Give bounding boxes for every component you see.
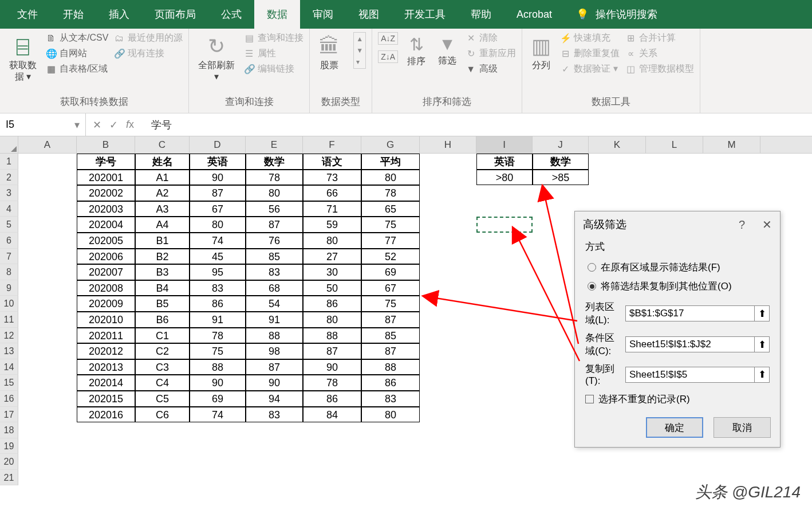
cell[interactable]: 87 <box>190 185 246 201</box>
cell[interactable]: 94 <box>246 391 303 407</box>
cell[interactable]: 83 <box>246 264 303 280</box>
cell[interactable]: 202011 <box>77 328 135 344</box>
range-input-1[interactable] <box>625 336 755 352</box>
cell[interactable]: 83 <box>190 280 246 296</box>
cell[interactable]: 59 <box>303 217 361 233</box>
column-header-H[interactable]: H <box>420 136 476 153</box>
cell[interactable]: 90 <box>190 170 246 186</box>
tab-审阅[interactable]: 审阅 <box>300 0 346 29</box>
sort-desc-button[interactable]: Z↓A <box>378 50 398 63</box>
queries-connections[interactable]: ▤查询和连接 <box>244 32 303 44</box>
cell[interactable]: 90 <box>246 375 303 391</box>
cell[interactable]: 202002 <box>77 185 135 201</box>
cell[interactable]: 88 <box>246 328 303 344</box>
cell[interactable]: 86 <box>190 296 246 312</box>
tab-公式[interactable]: 公式 <box>208 0 254 29</box>
cell[interactable]: 83 <box>246 407 303 423</box>
cell[interactable]: >80 <box>476 170 533 186</box>
row-header-13[interactable]: 13 <box>0 343 18 359</box>
column-header-M[interactable]: M <box>703 136 760 153</box>
cell[interactable]: 74 <box>190 233 246 249</box>
cell[interactable]: C2 <box>135 343 190 359</box>
cell[interactable]: B3 <box>135 264 190 280</box>
column-header-G[interactable]: G <box>361 136 420 153</box>
cell[interactable]: 202014 <box>77 375 135 391</box>
range-selector-icon[interactable]: ⬆ <box>755 305 770 321</box>
row-header-21[interactable]: 21 <box>0 470 18 486</box>
row-header-14[interactable]: 14 <box>0 359 18 375</box>
cell[interactable]: >85 <box>533 170 589 186</box>
tab-视图[interactable]: 视图 <box>346 0 392 29</box>
text-to-columns-button[interactable]: ▥分列 <box>528 32 554 73</box>
range-input-0[interactable] <box>625 305 755 321</box>
row-header-9[interactable]: 9 <box>0 280 18 296</box>
range-input-2[interactable] <box>625 367 755 383</box>
radio-filter-inplace[interactable]: 在原有区域显示筛选结果(F) <box>585 258 770 277</box>
column-header-I[interactable]: I <box>476 136 533 153</box>
range-selector-icon[interactable]: ⬆ <box>755 336 770 352</box>
cell[interactable]: 91 <box>246 312 303 328</box>
cell[interactable]: 202005 <box>77 233 135 249</box>
radio-copy-elsewhere[interactable]: 将筛选结果复制到其他位置(O) <box>585 277 770 296</box>
fx-icon[interactable]: fx <box>126 119 134 131</box>
range-selector-icon[interactable]: ⬆ <box>755 367 770 383</box>
cell[interactable]: 77 <box>361 233 420 249</box>
cell[interactable]: 67 <box>190 201 246 217</box>
cell[interactable]: C1 <box>135 328 190 344</box>
unique-records-checkbox[interactable]: 选择不重复的记录(R) <box>585 393 770 406</box>
cell[interactable]: 语文 <box>303 154 361 170</box>
cell[interactable]: 69 <box>361 264 420 280</box>
cell[interactable]: 98 <box>246 343 303 359</box>
row-header-15[interactable]: 15 <box>0 375 18 391</box>
tell-me-search[interactable]: 💡操作说明搜索 <box>576 7 657 21</box>
cell[interactable]: A2 <box>135 185 190 201</box>
cell[interactable]: 202015 <box>77 391 135 407</box>
cell[interactable]: 50 <box>303 280 361 296</box>
cell[interactable]: 80 <box>361 407 420 423</box>
row-header-2[interactable]: 2 <box>0 170 18 186</box>
refresh-all-button[interactable]: ↻全部刷新▾ <box>195 32 238 85</box>
cancel-formula-icon[interactable]: ✕ <box>93 119 101 131</box>
from-table-range[interactable]: ▦自表格/区域 <box>46 63 108 75</box>
cell[interactable]: 202001 <box>77 170 135 186</box>
formula-value[interactable]: 学号 <box>151 118 172 132</box>
cell[interactable]: A1 <box>135 170 190 186</box>
row-header-16[interactable]: 16 <box>0 391 18 407</box>
dialog-close-icon[interactable]: ✕ <box>762 218 772 232</box>
cell[interactable]: 74 <box>190 407 246 423</box>
flash-fill[interactable]: ⚡快速填充 <box>560 32 620 44</box>
cell[interactable]: A3 <box>135 201 190 217</box>
tab-开始[interactable]: 开始 <box>50 0 96 29</box>
cell[interactable]: 78 <box>303 375 361 391</box>
row-header-5[interactable]: 5 <box>0 217 18 233</box>
cell[interactable]: 202016 <box>77 407 135 423</box>
advanced-filter[interactable]: ▼高级 <box>466 63 516 75</box>
row-header-6[interactable]: 6 <box>0 233 18 249</box>
cell[interactable]: 86 <box>303 296 361 312</box>
consolidate[interactable]: ⊞合并计算 <box>625 32 694 44</box>
cell[interactable]: 56 <box>246 201 303 217</box>
row-header-18[interactable]: 18 <box>0 422 18 438</box>
cell[interactable]: 87 <box>246 217 303 233</box>
cell[interactable]: 66 <box>303 185 361 201</box>
column-header-L[interactable]: L <box>646 136 703 153</box>
sort-asc-button[interactable]: A↓Z <box>378 32 398 45</box>
cell[interactable]: 86 <box>361 375 420 391</box>
cell[interactable]: 87 <box>361 312 420 328</box>
clear-filter[interactable]: ✕清除 <box>466 32 516 44</box>
cell[interactable]: 88 <box>190 359 246 375</box>
cell[interactable]: 202012 <box>77 343 135 359</box>
cancel-button[interactable]: 取消 <box>714 417 771 438</box>
column-header-A[interactable]: A <box>18 136 77 153</box>
reapply-filter[interactable]: ↻重新应用 <box>466 48 516 60</box>
tab-Acrobat[interactable]: Acrobat <box>504 0 565 29</box>
row-header-19[interactable]: 19 <box>0 438 18 454</box>
cell[interactable]: 71 <box>303 201 361 217</box>
column-header-F[interactable]: F <box>303 136 361 153</box>
cell[interactable]: 80 <box>361 170 420 186</box>
tab-页面布局[interactable]: 页面布局 <box>142 0 208 29</box>
cell[interactable]: C6 <box>135 407 190 423</box>
cell[interactable]: 85 <box>246 249 303 265</box>
cell[interactable]: 75 <box>361 217 420 233</box>
cell[interactable]: B2 <box>135 249 190 265</box>
